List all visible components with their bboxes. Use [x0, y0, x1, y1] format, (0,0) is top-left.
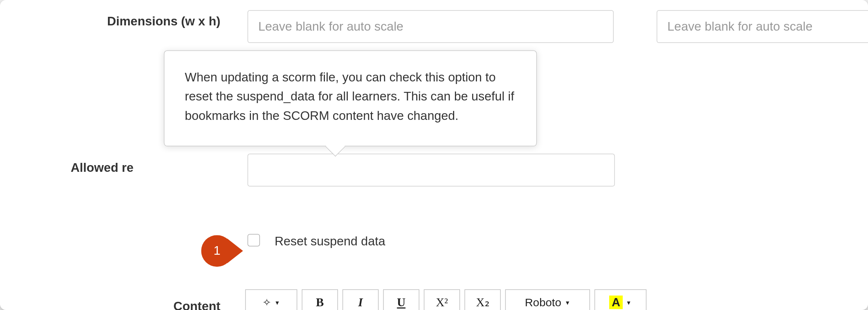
reset-suspend-data-checkbox[interactable]: [248, 234, 260, 246]
dimensions-label: Dimensions (w x h): [40, 14, 220, 29]
magic-wand-icon: ✧: [263, 296, 271, 309]
dimensions-height-input[interactable]: [657, 10, 868, 43]
content-label: Content: [28, 299, 220, 310]
toolbar-bold-button[interactable]: B: [302, 289, 338, 310]
toolbar-italic-button[interactable]: I: [342, 289, 379, 310]
allowed-retries-label-partial: Allowed re: [71, 161, 246, 175]
toolbar-subscript-button[interactable]: X₂: [465, 289, 501, 310]
toolbar-magic-button[interactable]: ✧ ▼: [245, 289, 297, 310]
app-window: Dimensions (w x h) s upon retries Allowe…: [0, 0, 868, 310]
dimensions-width-input[interactable]: [248, 10, 614, 43]
toolbar-text-color-button[interactable]: A ▼: [595, 289, 647, 310]
reset-suspend-data-tooltip: When updating a scorm file, you can chec…: [164, 50, 537, 147]
annotation-marker-1: 1: [201, 235, 233, 267]
toolbar-superscript-button[interactable]: X²: [424, 289, 460, 310]
toolbar-font-select[interactable]: Roboto ▼: [505, 289, 590, 310]
text-color-icon: A: [610, 296, 623, 309]
rich-text-toolbar: ✧ ▼ B I U X² X₂ Roboto ▼ A ▼: [245, 289, 647, 310]
toolbar-font-name: Roboto: [525, 296, 561, 309]
toolbar-underline-button[interactable]: U: [383, 289, 419, 310]
reset-suspend-data-label: Reset suspend data: [275, 234, 385, 248]
chevron-down-icon: ▼: [275, 299, 280, 306]
annotation-number: 1: [201, 235, 233, 267]
allowed-retries-input[interactable]: [248, 154, 615, 187]
chevron-down-icon: ▼: [565, 299, 570, 306]
chevron-down-icon: ▼: [626, 299, 632, 306]
